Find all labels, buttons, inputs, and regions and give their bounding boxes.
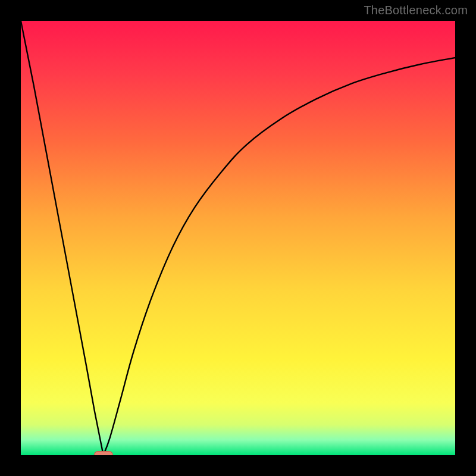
plot-area	[21, 21, 455, 455]
curve-left-branch	[21, 21, 104, 455]
curve-right-branch	[104, 58, 455, 455]
bottleneck-curve	[21, 21, 455, 455]
watermark-text: TheBottleneck.com	[364, 4, 468, 17]
optimal-point-marker	[94, 451, 113, 455]
chart-frame: TheBottleneck.com	[0, 0, 476, 476]
